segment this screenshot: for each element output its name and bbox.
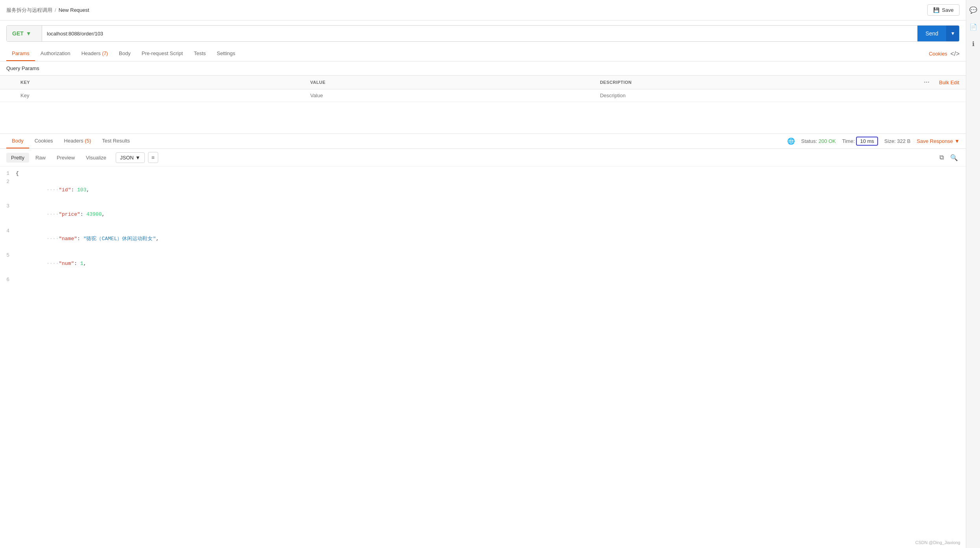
row-more <box>919 89 934 102</box>
status-value: 200 OK <box>819 138 836 144</box>
time-label: Time: 10 ms <box>842 138 878 144</box>
response-section: Body Cookies Headers (5) Test Results 🌐 … <box>0 133 966 285</box>
cookies-link[interactable]: Cookies <box>929 51 947 57</box>
format-label: JSON <box>120 155 134 161</box>
table-row <box>0 89 966 102</box>
chat-icon[interactable]: 💬 <box>968 5 979 15</box>
document-icon[interactable]: 📄 <box>968 22 979 32</box>
save-label: Save <box>942 7 954 13</box>
response-tabs-bar: Body Cookies Headers (5) Test Results 🌐 … <box>0 134 966 149</box>
key-input[interactable] <box>20 93 301 98</box>
value-input[interactable] <box>310 93 590 98</box>
fmt-preview-button[interactable]: Preview <box>52 153 80 163</box>
resp-tab-cookies[interactable]: Cookies <box>29 134 59 148</box>
resp-tab-body[interactable]: Body <box>6 134 29 148</box>
row-check <box>0 89 16 102</box>
query-params-title: Query Params <box>0 61 966 75</box>
size-value: 322 B <box>897 138 910 144</box>
save-icon: 💾 <box>933 7 939 13</box>
more-icon[interactable]: ··· <box>924 79 930 85</box>
breadcrumb-sep: / <box>55 7 56 13</box>
json-line-3: 3 ····"price": 43900, <box>0 202 966 227</box>
tab-authorization[interactable]: Authorization <box>35 46 76 61</box>
tab-tests[interactable]: Tests <box>189 46 211 61</box>
copy-button[interactable]: ⧉ <box>938 152 945 163</box>
fmt-raw-button[interactable]: Raw <box>31 153 50 163</box>
row-value[interactable] <box>305 89 595 102</box>
bulk-edit-button[interactable]: Bulk Edit <box>939 80 959 85</box>
fmt-visualize-button[interactable]: Visualize <box>81 153 111 163</box>
wrap-button[interactable]: ≡ <box>148 152 158 163</box>
tab-body[interactable]: Body <box>113 46 136 61</box>
params-spacer <box>0 102 966 133</box>
url-bar: GET ▼ Send ▼ <box>6 25 960 42</box>
method-label: GET <box>12 30 24 37</box>
send-arrow-button[interactable]: ▼ <box>946 26 959 41</box>
globe-icon[interactable]: 🌐 <box>787 137 795 145</box>
size-label: Size: 322 B <box>884 138 911 144</box>
method-selector[interactable]: GET ▼ <box>7 26 42 41</box>
code-toggle-icon[interactable]: </> <box>950 50 960 57</box>
search-button[interactable]: 🔍 <box>949 152 960 163</box>
col-check-header <box>0 76 16 89</box>
tab-params[interactable]: Params <box>6 46 35 61</box>
chevron-down-icon: ▼ <box>954 138 960 144</box>
json-line-6: 6 ····"userId": 3, <box>0 276 966 285</box>
row-bulk <box>934 89 966 102</box>
send-btn-wrap: Send ▼ <box>917 26 959 41</box>
breadcrumb-parent: 服务拆分与远程调用 <box>6 7 52 14</box>
info-icon[interactable]: ℹ <box>971 39 976 49</box>
right-sidebar: 💬 📄 ℹ <box>966 0 980 285</box>
tab-settings[interactable]: Settings <box>211 46 241 61</box>
query-params-section: Query Params KEY VALUE DESCRIPTION ··· B… <box>0 61 966 102</box>
save-response-button[interactable]: Save Response ▼ <box>917 138 960 144</box>
row-key[interactable] <box>16 89 305 102</box>
status-label: Status: 200 OK <box>801 138 836 144</box>
row-description[interactable] <box>595 89 919 102</box>
col-bulk-header: Bulk Edit <box>934 76 966 89</box>
json-line-1: 1 { <box>0 170 966 178</box>
format-toolbar: Pretty Raw Preview Visualize JSON ▼ ≡ ⧉ … <box>0 149 966 167</box>
tab-pre-request[interactable]: Pre-request Script <box>136 46 189 61</box>
chevron-down-icon: ▼ <box>135 155 141 161</box>
resp-tab-headers[interactable]: Headers (5) <box>59 134 97 148</box>
json-viewer: 1 { 2 ····"id": 103, 3 ····"price": 4390… <box>0 167 966 285</box>
response-status-area: 🌐 Status: 200 OK Time: 10 ms Size: 322 B… <box>787 137 960 145</box>
breadcrumb-current: New Request <box>59 7 89 13</box>
resp-tab-test-results[interactable]: Test Results <box>96 134 135 148</box>
time-value: 10 ms <box>856 137 878 146</box>
json-line-2: 2 ····"id": 103, <box>0 178 966 202</box>
description-input[interactable] <box>600 93 914 98</box>
save-button[interactable]: 💾 Save <box>927 4 960 16</box>
top-bar: 服务拆分与远程调用 / New Request 💾 Save <box>0 0 966 20</box>
url-input[interactable] <box>42 26 917 41</box>
col-more-header: ··· <box>919 76 934 89</box>
col-desc-header: DESCRIPTION <box>595 76 919 89</box>
format-selector[interactable]: JSON ▼ <box>116 152 145 163</box>
json-line-5: 5 ····"num": 1, <box>0 252 966 276</box>
fmt-pretty-button[interactable]: Pretty <box>6 153 29 163</box>
tab-headers[interactable]: Headers (7) <box>76 46 113 61</box>
chevron-down-icon: ▼ <box>26 30 31 37</box>
params-table: KEY VALUE DESCRIPTION ··· Bulk Edit <box>0 75 966 102</box>
format-right-actions: ⧉ 🔍 <box>938 152 960 163</box>
breadcrumb-area: 服务拆分与远程调用 / New Request <box>6 7 89 14</box>
top-bar-actions: 💾 Save <box>927 4 960 16</box>
col-key-header: KEY <box>16 76 305 89</box>
json-line-4: 4 ····"name": "骆驼（CAMEL）休闲运动鞋女", <box>0 227 966 252</box>
request-tabs: Params Authorization Headers (7) Body Pr… <box>0 46 966 61</box>
col-value-header: VALUE <box>305 76 595 89</box>
send-button[interactable]: Send <box>917 26 946 41</box>
